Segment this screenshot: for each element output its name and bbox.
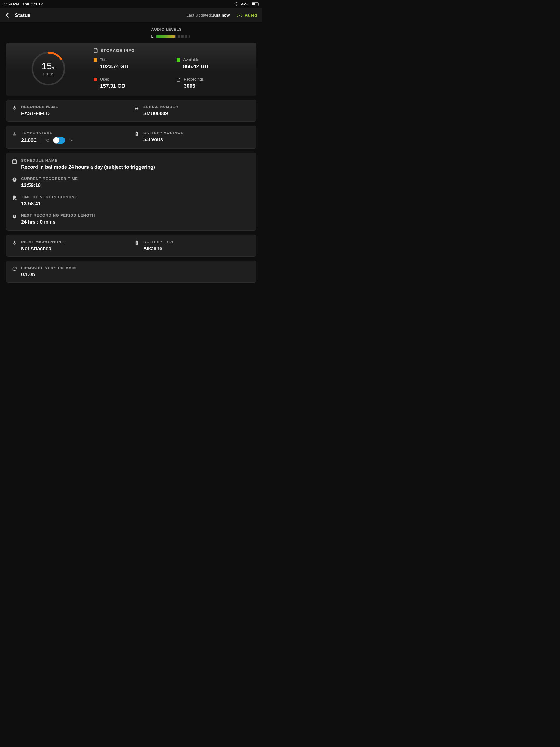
- battery-fill: [252, 3, 255, 5]
- sync-icon: [12, 266, 17, 272]
- storage-recordings-label: Recordings: [184, 77, 204, 81]
- storage-recordings: Recordings 3005: [177, 77, 249, 89]
- svg-rect-13: [136, 241, 137, 241]
- battery-bolt-icon: [134, 131, 139, 136]
- period-length-value: 24 hrs : 0 mins: [21, 219, 95, 225]
- schedule-name-label: SCHEDULE NAME: [21, 158, 155, 162]
- temp-unit-f: °F: [69, 138, 73, 143]
- paired-text: Paired: [245, 13, 257, 18]
- recorder-name-label: RECORDER NAME: [21, 105, 58, 109]
- device-statusbar: 1:59 PM Thu Oct 17 42%: [0, 0, 262, 8]
- voltage-value: 5.3 volts: [143, 137, 183, 143]
- storage-used: Used 157.31 GB: [94, 77, 166, 89]
- storage-used-pct: 15: [42, 61, 52, 71]
- wifi-icon: [234, 2, 239, 6]
- temperature-value: 21.00C: [21, 137, 37, 143]
- document-clock-icon: [12, 195, 17, 201]
- firmware-value: 0.1.0h: [21, 272, 76, 278]
- paired-status: Paired: [237, 13, 257, 18]
- stopwatch-icon: [12, 213, 17, 219]
- storage-used-ring: 15% USED: [31, 51, 66, 86]
- storage-total-value: 1023.74 GB: [100, 63, 128, 70]
- recorder-time-label: CURRENT RECORDER TIME: [21, 177, 78, 181]
- sunrise-icon: [12, 131, 17, 136]
- microphone-icon: [12, 105, 17, 110]
- last-updated-label: Last Updated:: [186, 13, 212, 18]
- audio-levels-title: AUDIO LEVELS: [151, 27, 256, 31]
- right-mic-label: RIGHT MICROPHONE: [21, 240, 64, 244]
- period-length-label: NEXT RECORDING PERIOD LENGTH: [21, 213, 95, 217]
- top-nav: Status Last Updated:Just now Paired: [0, 8, 262, 22]
- storage-available-label: Available: [183, 57, 208, 62]
- storage-available: Available 866.42 GB: [177, 57, 249, 70]
- audio-level-meter: [156, 35, 190, 38]
- environment-card: TEMPERATURE 21.00C °C °F BATTERY VOLTAGE…: [6, 126, 256, 149]
- storage-heading: STORAGE INFO: [101, 48, 135, 53]
- recorder-card: RECORDER NAME EAST-FIELD SERIAL NUMBER S…: [6, 100, 256, 122]
- temp-unit-c: °C: [45, 138, 49, 143]
- storage-card: 15% USED STORAGE INFO Total 1023.74 GB: [6, 43, 256, 96]
- last-updated-value: Just now: [212, 13, 230, 18]
- right-mic-value: Not Attached: [21, 246, 64, 252]
- battery-icon: [252, 2, 259, 6]
- page-title: Status: [15, 12, 31, 18]
- document-icon: [94, 48, 98, 53]
- temperature-label: TEMPERATURE: [21, 131, 73, 135]
- recorder-name-value: EAST-FIELD: [21, 111, 58, 117]
- svg-point-0: [236, 5, 237, 6]
- svg-rect-6: [12, 160, 17, 163]
- statusbar-time: 1:59 PM: [4, 2, 19, 6]
- svg-rect-10: [14, 214, 15, 214]
- serial-value: SMU00009: [143, 111, 178, 117]
- statusbar-date: Thu Oct 17: [22, 2, 43, 6]
- battery-type-label: BATTERY TYPE: [143, 240, 175, 244]
- next-recording-label: TIME OF NEXT RECORDING: [21, 195, 78, 199]
- schedule-card: SCHEDULE NAME Record in bat mode 24 hour…: [6, 153, 256, 231]
- svg-point-1: [239, 15, 240, 16]
- svg-rect-5: [136, 131, 137, 132]
- calendar-icon: [12, 159, 17, 164]
- audio-channel-label: L: [151, 34, 153, 38]
- audio-levels-section: AUDIO LEVELS L: [151, 27, 256, 38]
- voltage-label: BATTERY VOLTAGE: [143, 131, 183, 135]
- storage-used-label: USED: [43, 73, 54, 76]
- storage-usedbytes-label: Used: [100, 77, 125, 81]
- mic-battery-card: RIGHT MICROPHONE Not Attached BATTERY TY…: [6, 235, 256, 257]
- temp-unit-toggle[interactable]: [53, 137, 65, 144]
- used-color-swatch: [94, 78, 97, 81]
- hash-icon: [134, 105, 139, 110]
- battery-bolt-icon: [134, 240, 139, 246]
- battery-type-value: Alkaline: [143, 246, 175, 252]
- available-color-swatch: [177, 58, 180, 61]
- next-recording-value: 13:58:41: [21, 201, 78, 207]
- serial-label: SERIAL NUMBER: [143, 105, 178, 109]
- storage-total: Total 1023.74 GB: [94, 57, 166, 70]
- storage-recordings-value: 3005: [184, 83, 204, 89]
- signal-icon: [237, 14, 242, 17]
- recorder-time-value: 13:59:18: [21, 183, 78, 188]
- back-icon[interactable]: [4, 12, 11, 19]
- firmware-card: FIRMWARE VERSION MAIN 0.1.0h: [6, 261, 256, 283]
- audio-level-fill: [156, 35, 175, 38]
- last-updated: Last Updated:Just now: [186, 13, 230, 18]
- statusbar-battery-pct: 42%: [241, 2, 249, 6]
- storage-total-label: Total: [100, 57, 128, 62]
- clock-icon: [12, 177, 17, 182]
- storage-available-value: 866.42 GB: [183, 63, 208, 70]
- total-color-swatch: [94, 58, 97, 61]
- schedule-name-value: Record in bat mode 24 hours a day (subje…: [21, 164, 155, 170]
- document-icon: [177, 77, 180, 82]
- microphone-icon: [12, 240, 17, 246]
- firmware-label: FIRMWARE VERSION MAIN: [21, 266, 76, 270]
- storage-usedbytes-value: 157.31 GB: [100, 83, 125, 89]
